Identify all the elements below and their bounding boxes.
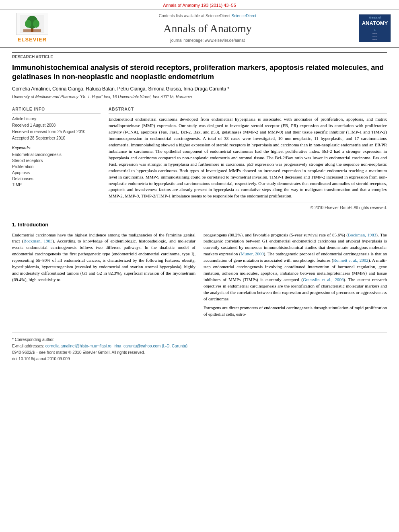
revised-date: Received in revised form 25 August 2010 — [12, 129, 101, 135]
intro-right-text: progestogens (80.2%), and favorable prog… — [204, 232, 387, 302]
keyword-4: Apoptosis — [12, 170, 101, 176]
anatomy-logo-subtitle: Annals of — [369, 16, 380, 20]
elsevier-tree-svg — [20, 15, 44, 33]
anatomy-logo-decoration: ━━━━━━━━━ — [372, 32, 377, 41]
elsevier-logo: ELSEVIER — [8, 13, 56, 43]
affiliation-text: University of Medicine and Pharmacy "Gr.… — [12, 94, 387, 100]
authors-text: Cornelia Amalinei, Corina Cianga, Raluca… — [12, 86, 229, 92]
history-label: Article history: — [12, 116, 101, 122]
intro-left-text: Endometrial carcinomas have the highest … — [12, 232, 195, 283]
footnote-divider — [12, 333, 387, 333]
email1-link[interactable]: cornelia.amalinei@histo-m.umfiasi.ro, — [45, 344, 113, 348]
mutter-ref[interactable]: Mutter, 2000 — [241, 251, 263, 256]
footnote-section: * Corresponding author. E-mail addresses… — [12, 326, 387, 362]
ronnett-ref[interactable]: Ronnett et al., 2002 — [333, 258, 368, 263]
journal-citation: Annals of Anatomy 193 (2011) 43–55 — [163, 3, 236, 8]
anatomy-logo-number: 1 — [374, 28, 376, 32]
journal-name-title: Annals of Anatomy — [56, 21, 359, 36]
email-line: E-mail addresses: cornelia.amalinei@hist… — [12, 343, 387, 349]
introduction-right-column: progestogens (80.2%), and favorable prog… — [204, 232, 387, 318]
introduction-columns: Endometrial carcinomas have the highest … — [12, 232, 387, 318]
abstract-label: ABSTRACT — [109, 107, 387, 114]
email2-link[interactable]: irina_caruntu@yahoo.com (I.-D. Caruntu). — [113, 344, 188, 348]
introduction-left-column: Endometrial carcinomas have the highest … — [12, 232, 195, 318]
article-type-label: RESEARCH ARTICLE — [12, 52, 387, 60]
keywords-section: Keywords: Endometrial carcinogenesis Ste… — [12, 145, 101, 188]
accepted-date: Accepted 28 September 2010 — [12, 136, 101, 141]
article-info-abstract: ARTICLE INFO Article history: Received 1… — [12, 104, 387, 211]
authors-list: Cornelia Amalinei, Corina Cianga, Raluca… — [12, 86, 387, 92]
keyword-5: Gelatinases — [12, 176, 101, 182]
article-info-column: ARTICLE INFO Article history: Received 1… — [12, 104, 101, 211]
sciencedirect-link[interactable]: ScienceDirect — [231, 14, 256, 18]
anatomy-logo-title: ANATOMY — [362, 20, 388, 27]
corresponding-author-label: * Corresponding author. — [12, 337, 387, 343]
graesslin-ref[interactable]: Graesslin et al., 2006 — [303, 277, 343, 282]
abstract-text: Endometrioid endometrial carcinoma devel… — [109, 116, 387, 199]
keyword-6: TIMP — [12, 182, 101, 188]
top-banner: ELSEVIER Contents lists available at Sci… — [0, 10, 399, 47]
keyword-2: Steroid receptors — [12, 158, 101, 164]
doi-line: doi:10.1016/j.aanat.2010.09.009 — [12, 356, 387, 362]
introduction-title: 1. Introduction — [12, 221, 387, 228]
article-title: Immunohistochemical analysis of steroid … — [12, 63, 387, 82]
received-date: Received 1 August 2008 — [12, 123, 101, 128]
issn-line: 0940-9602/$ – see front matter © 2010 El… — [12, 350, 387, 355]
elsevier-logo-image — [16, 13, 48, 35]
keyword-3: Proliferation — [12, 164, 101, 170]
svg-rect-5 — [23, 29, 41, 32]
article-section: RESEARCH ARTICLE Immunohistochemical ana… — [0, 48, 399, 362]
email-label-text: E-mail addresses: — [12, 344, 44, 348]
anatomy-journal-logo: Annals of ANATOMY 1 ━━━━━━━━━ — [359, 14, 391, 42]
introduction-section: 1. Introduction Endometrial carcinomas h… — [12, 217, 387, 317]
bockman-ref-2[interactable]: Bockman, 1983 — [348, 232, 376, 237]
svg-point-3 — [25, 20, 31, 28]
bockman-ref-1[interactable]: Bockman, 1983 — [23, 238, 52, 243]
intro-right-text2: Estrogens are direct promoters of endome… — [204, 305, 387, 318]
abstract-column: ABSTRACT Endometrioid endometrial carcin… — [109, 104, 387, 211]
svg-point-4 — [33, 20, 39, 28]
sciencedirect-label: Contents lists available at ScienceDirec… — [56, 13, 359, 19]
keyword-1: Endometrial carcinogenesis — [12, 152, 101, 158]
issn-text: 0940-9602/$ – see front matter © 2010 El… — [12, 350, 145, 355]
homepage-label: journal homepage: www.elsevier.de/aanat — [56, 38, 359, 43]
copyright-notice: © 2010 Elsevier GmbH. All rights reserve… — [109, 203, 387, 211]
center-header: Contents lists available at ScienceDirec… — [56, 13, 359, 43]
doi-text: doi:10.1016/j.aanat.2010.09.009 — [12, 357, 70, 361]
article-history: Article history: Received 1 August 2008 … — [12, 116, 101, 141]
keywords-label: Keywords: — [12, 145, 101, 151]
journal-header: Annals of Anatomy 193 (2011) 43–55 — [0, 0, 399, 10]
elsevier-brand-name: ELSEVIER — [18, 36, 47, 43]
article-info-label: ARTICLE INFO — [12, 107, 101, 114]
